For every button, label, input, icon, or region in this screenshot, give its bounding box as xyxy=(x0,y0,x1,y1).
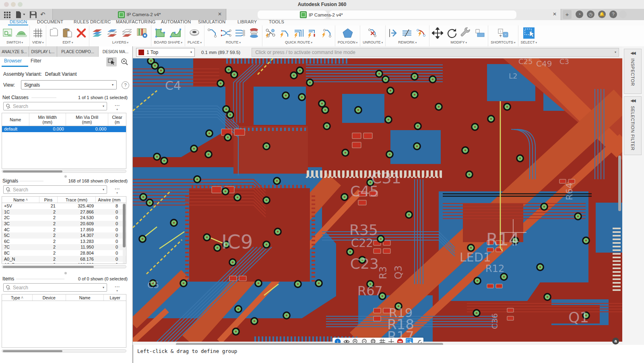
table-row[interactable]: +5V21325.4098 xyxy=(2,203,126,209)
table-row[interactable]: default0.0000.000 xyxy=(2,126,126,132)
tab-close-icon[interactable]: ✕ xyxy=(217,11,223,17)
copy-icon[interactable] xyxy=(49,27,59,39)
avatar[interactable] xyxy=(619,10,627,18)
app-grid-icon[interactable] xyxy=(4,12,10,20)
align-icon[interactable] xyxy=(474,28,485,38)
quickroute-bus-icon[interactable] xyxy=(293,28,304,38)
zoom-select-button[interactable] xyxy=(119,57,130,66)
board-outline-icon[interactable] xyxy=(155,28,167,38)
view-help-icon[interactable]: ? xyxy=(122,81,129,89)
tab-close-icon[interactable]: ✕ xyxy=(552,11,557,17)
signals-search[interactable]: Search ▾ xyxy=(3,185,107,194)
quickroute-net-icon[interactable] xyxy=(265,28,276,38)
selection-filter-collapsed-panel[interactable]: ◀◀ SELECTION FILTER xyxy=(624,96,642,155)
rework-slide-icon[interactable] xyxy=(401,28,413,38)
net-classes-hscrollbar[interactable] xyxy=(2,170,126,173)
move-icon[interactable] xyxy=(432,27,443,39)
select-mode-button[interactable] xyxy=(106,57,117,66)
pcb-canvas[interactable]: C4C31C45R35C22C23IC9R67R3Q3R19R18R17R14L… xyxy=(133,58,622,342)
assistant-icon[interactable]: a xyxy=(612,338,619,344)
table-row[interactable]: 4C217.8590 xyxy=(2,226,126,232)
column-header[interactable]: Type ᐱ xyxy=(2,295,33,301)
traffic-light-zoom-icon[interactable] xyxy=(18,2,23,7)
column-header[interactable]: Airwire (mm xyxy=(96,197,123,203)
table-row[interactable]: 6C213.2830 xyxy=(2,239,126,245)
table-row[interactable]: A0_N268.1760 xyxy=(2,256,126,262)
signals-hscrollbar[interactable] xyxy=(2,265,126,268)
table-row[interactable]: 1C227.8660 xyxy=(2,209,126,215)
new-tab-button[interactable]: + xyxy=(563,10,572,19)
board-spline-icon[interactable] xyxy=(169,28,182,38)
subtab-browser[interactable]: Browser xyxy=(4,58,22,64)
unroute-icon[interactable] xyxy=(367,28,378,38)
recents-clock-icon[interactable]: ◷ xyxy=(587,10,594,18)
tab-display-layers[interactable]: DISPLAY L... xyxy=(29,46,57,57)
job-status-icon[interactable]: ◔ xyxy=(576,10,583,18)
route-manual-icon[interactable] xyxy=(207,28,217,38)
layer-dropdown[interactable]: 1 Top ▾ xyxy=(136,48,195,57)
notifications-bell-icon[interactable]: 🔔 xyxy=(598,10,606,18)
quickroute-partial-icon[interactable] xyxy=(307,28,318,38)
items-more-button[interactable]: ⋯▾ xyxy=(112,284,122,292)
signals-vscrollbar[interactable] xyxy=(123,203,126,263)
tab-analyze-signal[interactable]: ANALYZE S... xyxy=(0,46,29,57)
signals-more-button[interactable]: ⋯▾ xyxy=(112,186,122,195)
switch-schematic-icon[interactable] xyxy=(2,28,13,38)
layer-settings-icon[interactable] xyxy=(107,28,119,38)
table-row[interactable]: 7C211.9500 xyxy=(2,244,126,250)
rework-optimize-icon[interactable] xyxy=(415,28,427,38)
table-row[interactable]: 2C224.5300 xyxy=(2,215,126,221)
route-multi-icon[interactable] xyxy=(234,28,246,38)
view-dropdown[interactable]: Signals ▾ xyxy=(21,80,117,89)
rotate-icon[interactable] xyxy=(446,27,457,39)
table-row[interactable]: 5C214.3070 xyxy=(2,232,126,239)
command-line-input[interactable]: Click or press / to activate command lin… xyxy=(252,48,619,57)
column-header[interactable]: Pins xyxy=(39,197,58,203)
net-classes-search[interactable]: Search ▾ xyxy=(3,102,107,110)
inspector-collapsed-panel[interactable]: ◀◀ INSPECTOR xyxy=(624,49,642,94)
column-header[interactable]: Name xyxy=(2,113,29,126)
menu-design[interactable]: DESIGN xyxy=(10,19,27,24)
menu-automation[interactable]: AUTOMATION xyxy=(161,19,191,24)
grid-view-icon[interactable] xyxy=(33,28,43,38)
column-header[interactable]: Name xyxy=(66,295,104,301)
splitter-handle[interactable] xyxy=(64,175,67,178)
expand-panel-icon[interactable]: ◀◀ xyxy=(630,98,635,103)
quickroute-single-icon[interactable] xyxy=(279,28,290,38)
select-icon[interactable] xyxy=(523,27,535,39)
route-via-stack-icon[interactable] xyxy=(248,27,260,39)
layer-stackup-icon[interactable] xyxy=(122,28,134,38)
menu-tools[interactable]: TOOLS xyxy=(269,19,284,24)
table-row[interactable]: 3C220.6090 xyxy=(2,221,126,227)
items-table[interactable]: Type ᐱ Device Name Layer xyxy=(2,294,126,348)
net-classes-table[interactable]: Name Min Width (mm) Min Via Drill (mm) C… xyxy=(2,113,126,169)
splitter-handle[interactable] xyxy=(64,272,67,274)
paste-icon[interactable] xyxy=(62,27,73,39)
wrench-icon[interactable] xyxy=(460,27,471,39)
column-header[interactable]: Min Via Drill (mm) xyxy=(66,113,108,126)
help-icon[interactable]: ? xyxy=(609,10,617,18)
traffic-light-close-icon[interactable] xyxy=(4,2,9,7)
document-tab-1[interactable]: IP Camera-2 v4* ✕ xyxy=(52,9,226,20)
layer-setup-gear-icon[interactable] xyxy=(136,27,149,39)
file-menu-icon[interactable] xyxy=(15,11,25,20)
document-tab-2[interactable]: IP Camera-2 v4* ✕ xyxy=(227,9,561,20)
column-header[interactable]: Min Width (mm) xyxy=(29,113,66,126)
menu-simulation[interactable]: SIMULATION xyxy=(198,19,225,24)
tab-design-manager[interactable]: DESIGN MA... xyxy=(99,46,132,57)
column-header[interactable]: Layer xyxy=(104,295,126,301)
menu-library[interactable]: LIBRARY xyxy=(237,19,257,24)
table-row[interactable]: 8C228.8040 xyxy=(2,250,126,256)
column-header[interactable]: Device xyxy=(33,295,66,301)
net-classes-more-button[interactable]: ⋯▾ xyxy=(112,103,122,111)
column-header[interactable]: Clear (m xyxy=(108,113,126,126)
delete-icon[interactable] xyxy=(76,28,87,38)
menu-manufacturing[interactable]: MANUFACTURING xyxy=(116,19,156,24)
canvas-vscrollbar[interactable] xyxy=(618,156,621,211)
switch-board-icon[interactable] xyxy=(16,28,27,38)
items-search[interactable]: Search ▾ xyxy=(3,283,107,292)
quickroute-pair-icon[interactable] xyxy=(321,28,332,38)
layers-stack-icon[interactable] xyxy=(92,28,104,38)
place-component-icon[interactable] xyxy=(188,28,200,38)
menu-rules-drc-erc[interactable]: RULES DRC/ERC xyxy=(74,19,111,24)
